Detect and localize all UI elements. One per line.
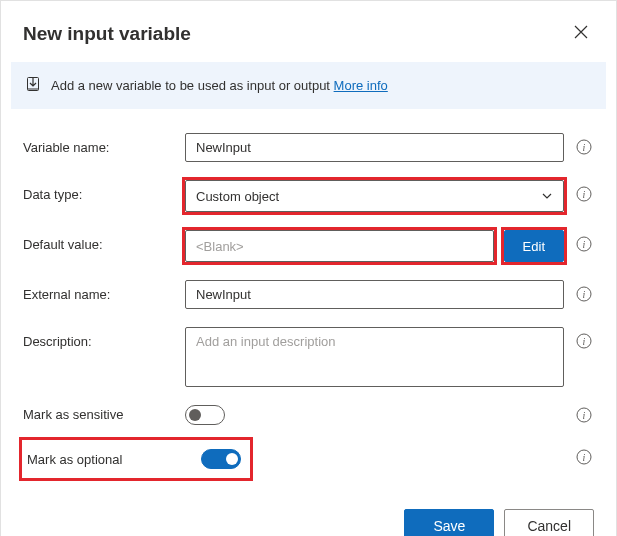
default-value-field[interactable]: <Blank> <box>185 230 494 262</box>
svg-text:i: i <box>583 189 586 200</box>
svg-text:i: i <box>583 410 586 421</box>
data-type-select[interactable]: Custom object <box>185 180 564 212</box>
mark-sensitive-toggle[interactable] <box>185 405 225 425</box>
banner-message: Add a new variable to be used as input o… <box>51 78 330 93</box>
row-external-name: External name: i <box>23 280 594 309</box>
label-variable-name: Variable name: <box>23 133 185 155</box>
external-name-input[interactable] <box>185 280 564 309</box>
row-default-value: Default value: <Blank> Edit i <box>23 230 594 262</box>
variable-name-input[interactable] <box>185 133 564 162</box>
chevron-down-icon <box>541 190 553 202</box>
new-input-variable-dialog: New input variable Add a new variable to… <box>0 0 617 536</box>
svg-text:i: i <box>583 239 586 250</box>
svg-text:i: i <box>583 289 586 300</box>
form-body: Variable name: i Data type: Custom objec… <box>1 109 616 491</box>
label-mark-sensitive: Mark as sensitive <box>23 405 185 422</box>
info-icon[interactable]: i <box>574 236 594 252</box>
save-button[interactable]: Save <box>404 509 494 536</box>
more-info-link[interactable]: More info <box>334 78 388 93</box>
info-icon[interactable]: i <box>574 333 594 349</box>
label-data-type: Data type: <box>23 180 185 202</box>
row-mark-optional: Mark as optional i <box>23 443 594 475</box>
label-default-value: Default value: <box>23 230 185 252</box>
label-external-name: External name: <box>23 280 185 302</box>
label-mark-optional: Mark as optional <box>27 452 177 467</box>
dialog-footer: Save Cancel <box>1 491 616 536</box>
dialog-title: New input variable <box>23 23 191 45</box>
info-icon[interactable]: i <box>574 139 594 155</box>
cancel-button[interactable]: Cancel <box>504 509 594 536</box>
info-icon[interactable]: i <box>574 449 594 465</box>
info-icon[interactable]: i <box>574 186 594 202</box>
info-icon[interactable]: i <box>574 286 594 302</box>
row-data-type: Data type: Custom object i <box>23 180 594 212</box>
row-description: Description: i <box>23 327 594 387</box>
svg-text:i: i <box>583 452 586 463</box>
info-banner: Add a new variable to be used as input o… <box>11 62 606 109</box>
description-input[interactable] <box>185 327 564 387</box>
default-value-text: <Blank> <box>196 239 244 254</box>
banner-text: Add a new variable to be used as input o… <box>51 78 388 93</box>
close-button[interactable] <box>568 19 594 48</box>
svg-text:i: i <box>583 336 586 347</box>
data-type-value: Custom object <box>196 189 279 204</box>
close-icon <box>574 25 588 42</box>
svg-text:i: i <box>583 142 586 153</box>
download-icon <box>25 76 41 95</box>
info-icon[interactable]: i <box>574 407 594 423</box>
row-variable-name: Variable name: i <box>23 133 594 162</box>
label-description: Description: <box>23 327 185 349</box>
row-mark-sensitive: Mark as sensitive i <box>23 405 594 425</box>
edit-button[interactable]: Edit <box>504 230 564 262</box>
mark-optional-toggle[interactable] <box>201 449 241 469</box>
dialog-header: New input variable <box>1 1 616 62</box>
